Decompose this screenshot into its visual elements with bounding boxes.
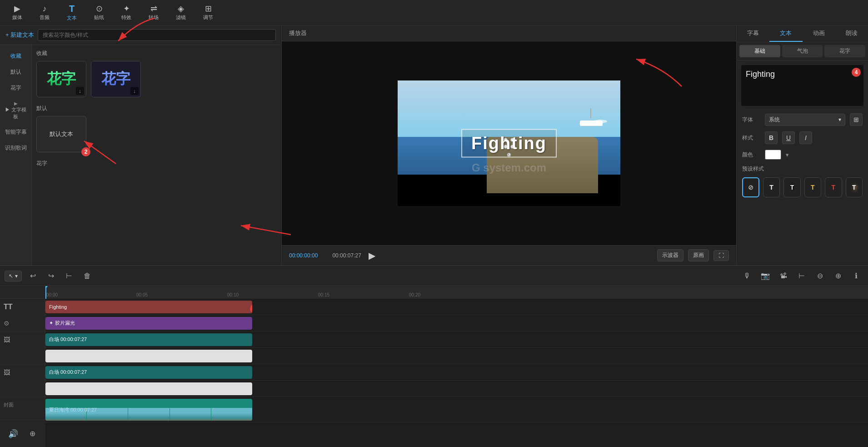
- thumb-2: [87, 408, 128, 421]
- tool-select[interactable]: ↖ ▾: [5, 271, 22, 281]
- clip-fighting[interactable]: Fighting 3: [45, 301, 252, 313]
- font-selector[interactable]: 系统 ▾: [765, 114, 845, 126]
- clip-white1[interactable]: 白场 00:00:07:27: [45, 333, 252, 346]
- font-value: 系统: [769, 116, 780, 124]
- track-frame2: [45, 381, 868, 397]
- preset-outline[interactable]: T: [783, 177, 800, 197]
- color-expand-icon: ▾: [786, 151, 789, 158]
- center-panel: 播放器 ↻: [282, 25, 736, 265]
- clip-effect[interactable]: ✦ 胶片漏光: [45, 317, 252, 330]
- main-area: + 新建文本 收藏 默认 花字 ▶ ▶ 文字模板 智能字幕 识别歌词 收藏: [0, 25, 868, 265]
- default-grid: 默认文本 2: [36, 116, 277, 152]
- sidebar-item-collect[interactable]: 收藏: [2, 49, 30, 64]
- tab-narration[interactable]: 朗读: [835, 25, 868, 42]
- color-swatch[interactable]: [765, 150, 781, 160]
- mic-button[interactable]: 🎙: [740, 269, 754, 283]
- subtitle-button[interactable]: ⊢: [794, 269, 809, 283]
- annotation-4: 4: [852, 68, 861, 77]
- track-label-empty1: [0, 348, 45, 364]
- undo-button[interactable]: ↩: [25, 269, 40, 283]
- preset-none[interactable]: ⊘: [742, 177, 759, 197]
- huazi-item-1[interactable]: 花字 ↓: [36, 61, 86, 97]
- sidebar-item-smart[interactable]: 智能字幕: [2, 125, 30, 140]
- camera-button[interactable]: 📷: [758, 269, 773, 283]
- player-title: 播放器: [289, 30, 307, 36]
- tab-text[interactable]: 文本: [769, 25, 802, 42]
- info-button[interactable]: ℹ: [849, 269, 863, 283]
- toolbar-sticker[interactable]: ⊙ 贴纸: [86, 2, 112, 24]
- toolbar-transition[interactable]: ⇌ 转场: [141, 2, 166, 24]
- ruler-5: 00:05: [136, 292, 148, 297]
- toolbar-adjust-label: 调节: [203, 14, 213, 21]
- left-content: 收藏 花字 ↓ 花字 ↓ 默认: [32, 45, 281, 265]
- clip-frame1[interactable]: [45, 350, 252, 362]
- timeline-tracks-right[interactable]: 00:00 00:05 00:10 00:15 00:20 Fighting 3: [45, 286, 868, 447]
- split-button[interactable]: ⊢: [62, 269, 76, 283]
- track-white1: 白场 00:00:07:27: [45, 331, 868, 348]
- toolbar-transition-label: 转场: [149, 14, 159, 21]
- toolbar-audio[interactable]: ♪ 音频: [32, 2, 57, 24]
- download-icon-1: ↓: [76, 87, 84, 95]
- track-add-btn[interactable]: ⊕: [25, 427, 40, 441]
- clip-white2[interactable]: 白场 00:00:07:27: [45, 366, 252, 379]
- toolbar-sticker-label: 贴纸: [94, 14, 104, 21]
- preset-shadow[interactable]: T: [846, 177, 863, 197]
- preset-plain[interactable]: T: [763, 177, 780, 197]
- toolbar-media-label: 媒体: [12, 14, 22, 21]
- new-text-button[interactable]: + 新建文本: [5, 31, 34, 39]
- section-default-title: 默认: [36, 105, 277, 112]
- huazi-item-2[interactable]: 花字 ↓: [91, 61, 141, 97]
- text-preview-box[interactable]: Fighting 4: [741, 65, 863, 106]
- tab-animation[interactable]: 动画: [803, 25, 835, 42]
- bottom-left-controls: 🔊 ⊕: [0, 420, 45, 447]
- red-style-icon: T: [832, 184, 836, 191]
- bold-button[interactable]: B: [765, 131, 778, 144]
- clip-summer[interactable]: 夏日海湾 00:00:07:27: [45, 399, 252, 421]
- font-expand-btn[interactable]: ⊞: [850, 113, 863, 126]
- toolbar-effect[interactable]: ✦ 特效: [114, 2, 139, 24]
- sidebar-item-lyrics[interactable]: 识别歌词: [2, 141, 30, 156]
- text-icon: T: [69, 4, 75, 13]
- style-row: 样式 B U I: [737, 129, 868, 147]
- fullscreen-button[interactable]: ⛶: [713, 250, 729, 261]
- audio-add-btn[interactable]: 🔊: [6, 427, 20, 441]
- subtab-basic[interactable]: 基础: [739, 45, 780, 57]
- preset-red[interactable]: T: [825, 177, 842, 197]
- clip-text-white1: 白场 00:00:07:27: [49, 336, 87, 343]
- preset-yellow[interactable]: T: [804, 177, 821, 197]
- default-text-item[interactable]: 默认文本 2: [36, 116, 86, 152]
- clip-frame2[interactable]: [45, 382, 252, 395]
- huazi-grid: 花字 ↓ 花字 ↓: [36, 61, 277, 97]
- zoom-in-button[interactable]: ⊕: [831, 269, 845, 283]
- subtab-huazi[interactable]: 花字: [824, 45, 865, 57]
- sidebar-item-huazi[interactable]: 花字: [2, 80, 30, 95]
- waveform-button[interactable]: 示波器: [657, 249, 683, 261]
- clip-text-effect: 胶片漏光: [55, 320, 75, 326]
- tab-caption[interactable]: 字幕: [737, 25, 769, 42]
- toolbar-filter[interactable]: ◈ 滤镜: [168, 2, 194, 24]
- sidebar-item-default[interactable]: 默认: [2, 65, 30, 80]
- huazi-text-1: 花字: [47, 69, 76, 89]
- italic-button[interactable]: I: [799, 131, 812, 144]
- sidebar-item-template[interactable]: ▶ ▶ 文字模板: [2, 96, 30, 124]
- underline-button[interactable]: U: [782, 131, 795, 144]
- original-button[interactable]: 原画: [688, 249, 709, 261]
- play-button[interactable]: ▶: [369, 250, 375, 261]
- audio-icon: ♪: [43, 5, 47, 13]
- search-input[interactable]: [38, 29, 276, 41]
- subtab-bubble[interactable]: 气泡: [782, 45, 823, 57]
- redo-button[interactable]: ↪: [44, 269, 58, 283]
- player-ctrl-right: 示波器 原画 ⛶: [657, 249, 729, 261]
- toolbar-text[interactable]: T 文本: [59, 2, 85, 24]
- timeline-area: ↖ ▾ ↩ ↪ ⊢ 🗑 🎙 📷 📽 ⊢ ⊖ ⊕ ℹ TT ⚙: [0, 265, 868, 447]
- clip-text-white2: 白场 00:00:07:27: [49, 369, 87, 376]
- text-overlay[interactable]: Fighting: [461, 129, 557, 158]
- zoom-out-button[interactable]: ⊖: [813, 269, 827, 283]
- toolbar-adjust[interactable]: ⊞ 调节: [195, 2, 221, 24]
- pip-button[interactable]: 📽: [776, 269, 791, 283]
- chevron-down-icon: ▾: [838, 116, 841, 123]
- timeline-content: TT ⚙ 🖼 🖼 封面 0: [0, 286, 868, 447]
- font-row: 字体 系统 ▾ ⊞: [737, 110, 868, 129]
- delete-button[interactable]: 🗑: [80, 269, 95, 283]
- toolbar-media[interactable]: ▶ 媒体: [5, 2, 30, 24]
